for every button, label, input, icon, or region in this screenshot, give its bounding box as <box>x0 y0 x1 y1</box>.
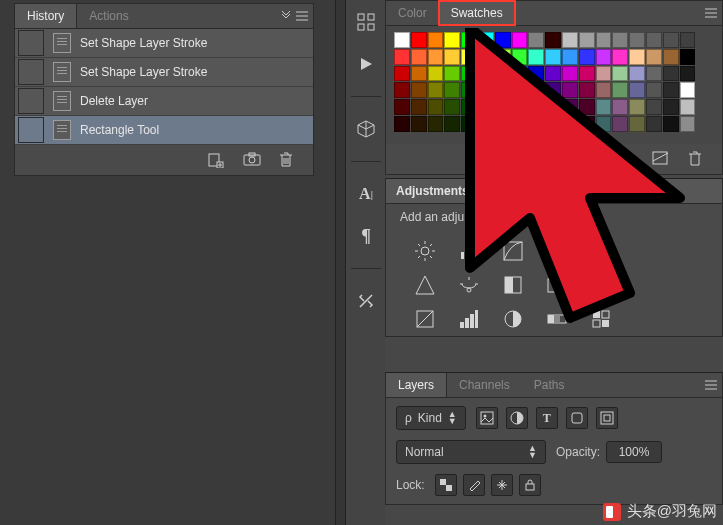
swatch[interactable] <box>646 116 662 132</box>
swatch[interactable] <box>629 32 645 48</box>
swatch[interactable] <box>629 66 645 82</box>
tab-history[interactable]: History <box>15 4 77 28</box>
swatch[interactable] <box>478 99 494 115</box>
swatch[interactable] <box>612 82 628 98</box>
swatch[interactable] <box>461 99 477 115</box>
swatch[interactable] <box>495 99 511 115</box>
swatch[interactable] <box>444 32 460 48</box>
history-visibility-toggle[interactable] <box>18 30 44 56</box>
swatch[interactable] <box>411 49 427 65</box>
swatch[interactable] <box>512 66 528 82</box>
swatch[interactable] <box>461 49 477 65</box>
history-item[interactable]: Delete Layer <box>15 87 313 116</box>
swatch[interactable] <box>596 32 612 48</box>
swatch[interactable] <box>545 32 561 48</box>
lock-position-icon[interactable] <box>491 474 513 496</box>
swatch[interactable] <box>428 116 444 132</box>
layer-kind-filter[interactable]: ρ Kind ▲▼ <box>396 406 466 430</box>
collapse-icon[interactable] <box>279 9 293 23</box>
swatch[interactable] <box>478 82 494 98</box>
filter-shape-icon[interactable] <box>566 407 588 429</box>
swatch[interactable] <box>428 99 444 115</box>
new-swatch-icon[interactable] <box>652 151 670 167</box>
swatch[interactable] <box>512 49 528 65</box>
tab-layers[interactable]: Layers <box>386 373 447 397</box>
swatch[interactable] <box>478 32 494 48</box>
swatch[interactable] <box>528 116 544 132</box>
swatch[interactable] <box>579 82 595 98</box>
swatch[interactable] <box>512 116 528 132</box>
gradient-map-icon[interactable] <box>546 308 568 330</box>
swatch[interactable] <box>495 32 511 48</box>
brightness-icon[interactable] <box>414 240 436 262</box>
filter-type-icon[interactable]: T <box>536 407 558 429</box>
swatch[interactable] <box>411 99 427 115</box>
swatch[interactable] <box>545 116 561 132</box>
3d-icon[interactable] <box>354 117 378 141</box>
swatch[interactable] <box>528 82 544 98</box>
swatch[interactable] <box>394 82 410 98</box>
history-item[interactable]: Rectangle Tool <box>15 116 313 145</box>
history-visibility-toggle[interactable] <box>18 117 44 143</box>
selective-color-icon[interactable] <box>590 308 612 330</box>
swatch[interactable] <box>444 116 460 132</box>
swatch[interactable] <box>394 99 410 115</box>
swatch[interactable] <box>579 66 595 82</box>
history-visibility-toggle[interactable] <box>18 59 44 85</box>
swatch[interactable] <box>680 82 696 98</box>
posterize-icon[interactable] <box>458 308 480 330</box>
tab-channels[interactable]: Channels <box>447 373 522 397</box>
swatch[interactable] <box>444 99 460 115</box>
swatch[interactable] <box>444 66 460 82</box>
swatch[interactable] <box>596 116 612 132</box>
history-item[interactable]: Set Shape Layer Stroke <box>15 58 313 87</box>
swatch[interactable] <box>596 99 612 115</box>
swatch[interactable] <box>512 82 528 98</box>
filter-adjustment-icon[interactable] <box>506 407 528 429</box>
swatch[interactable] <box>528 66 544 82</box>
swatch[interactable] <box>562 32 578 48</box>
tab-actions[interactable]: Actions <box>77 4 140 28</box>
swatch[interactable] <box>629 82 645 98</box>
tab-paths[interactable]: Paths <box>522 373 577 397</box>
swatch[interactable] <box>411 116 427 132</box>
swatch[interactable] <box>394 66 410 82</box>
swatch[interactable] <box>579 116 595 132</box>
swatch[interactable] <box>612 99 628 115</box>
threshold-icon[interactable] <box>502 308 524 330</box>
panel-menu-icon[interactable] <box>295 9 309 23</box>
blend-mode-dropdown[interactable]: Normal ▲▼ <box>396 440 546 464</box>
swatch[interactable] <box>528 49 544 65</box>
play-icon[interactable] <box>354 52 378 76</box>
swatch[interactable] <box>562 82 578 98</box>
swatch[interactable] <box>579 32 595 48</box>
swatch[interactable] <box>562 49 578 65</box>
swatch[interactable] <box>663 82 679 98</box>
swatch[interactable] <box>646 32 662 48</box>
swatch[interactable] <box>428 82 444 98</box>
character-icon[interactable]: A| <box>354 182 378 206</box>
swatch[interactable] <box>562 66 578 82</box>
opacity-field[interactable]: 100% <box>606 441 662 463</box>
swatch[interactable] <box>612 66 628 82</box>
swatch[interactable] <box>612 116 628 132</box>
swatch[interactable] <box>528 99 544 115</box>
swatch[interactable] <box>562 116 578 132</box>
tab-swatches[interactable]: Swatches <box>439 1 515 25</box>
swatch[interactable] <box>495 49 511 65</box>
swatch[interactable] <box>562 99 578 115</box>
swatch[interactable] <box>680 99 696 115</box>
channel-mixer-icon[interactable] <box>590 274 612 296</box>
swatch[interactable] <box>579 99 595 115</box>
swatch[interactable] <box>663 66 679 82</box>
exposure-icon[interactable] <box>546 240 568 262</box>
swatch[interactable] <box>663 32 679 48</box>
snapshot-icon[interactable] <box>243 152 261 168</box>
swatch[interactable] <box>428 32 444 48</box>
swatch[interactable] <box>528 32 544 48</box>
swatch[interactable] <box>646 82 662 98</box>
swatch[interactable] <box>680 49 696 65</box>
swatch[interactable] <box>646 66 662 82</box>
swatch[interactable] <box>394 49 410 65</box>
lock-all-icon[interactable] <box>519 474 541 496</box>
